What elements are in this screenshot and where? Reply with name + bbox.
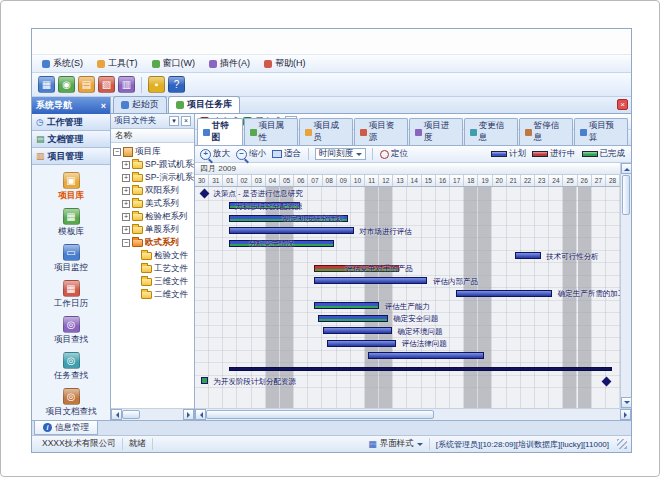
gantt-bar[interactable] [318,315,387,322]
zoom-in-button[interactable]: + 放大 [199,148,231,160]
sidebar-close-icon[interactable]: × [101,101,106,111]
tab-close-button[interactable]: × [617,99,628,110]
tree-expander-icon[interactable]: − [113,148,121,156]
sidebar-item-template-library[interactable]: ▦模板库 [32,207,110,239]
tree-expander-icon[interactable]: + [122,213,130,221]
sidebar-item-work-calendar[interactable]: ▦工作日历 [32,279,110,311]
gantt-bar[interactable] [368,352,484,359]
fit-button[interactable]: 适合 [271,148,302,160]
tab-change-info[interactable]: 变更信息 [464,118,518,145]
gantt-bar[interactable] [314,277,427,284]
tree-item[interactable]: −项目库 [111,145,194,158]
tab-project-members[interactable]: 项目成员 [299,118,353,145]
scroll-right-button[interactable] [183,409,194,420]
gantt-bar[interactable] [327,340,396,347]
menu-tools[interactable]: 工具(T) [91,56,144,71]
scroll-down-button[interactable] [621,397,632,408]
folder-horizontal-scrollbar[interactable] [111,408,194,420]
help-icon[interactable]: ? [168,76,185,93]
gantt-body[interactable]: 决策点 - 是否进行信息研究为初步研究分配资源制定初步研究计划对市场进行评估分析… [195,187,620,408]
tree-item[interactable]: +检验柜系列 [111,210,194,223]
resize-grip[interactable] [617,439,627,449]
scroll-thumb[interactable] [206,410,434,419]
scroll-thumb[interactable] [122,410,140,419]
tree-expander-icon[interactable]: − [122,239,130,247]
sidebar-item-project-monitor[interactable]: ▭项目监控 [32,243,110,275]
gantt-vertical-scrollbar[interactable] [620,163,631,408]
tree-expander-icon[interactable]: + [122,187,130,195]
tab-gantt[interactable]: 甘特图 [197,118,243,145]
navigation-sidebar: 系统导航 × ◷工作管理▤文档管理▥项目管理 ▣项目库▦模板库▭项目监控▦工作日… [32,97,111,420]
panel-dropdown-icon[interactable]: ▾ [169,116,179,126]
tree-item[interactable]: +单股系列 [111,223,194,236]
section-work-management[interactable]: ◷工作管理 [32,114,110,131]
gantt-bar[interactable] [515,252,541,259]
tree-expander-icon[interactable]: + [122,226,130,234]
gantt-day-header: 3031010203040506070809101112131415161718… [195,175,620,187]
tree-item[interactable]: 检验文件 [111,249,194,262]
sidebar-item-task-search[interactable]: ◎任务查找 [32,351,110,383]
scroll-thumb[interactable] [622,175,630,215]
chart-icon[interactable]: ▥ [118,76,135,93]
gantt-bar[interactable] [314,302,379,309]
tab-project-progress[interactable]: 项目进度 [409,118,463,145]
tree-item[interactable]: +双阳系列 [111,184,194,197]
gantt-bar[interactable] [229,227,354,234]
menu-system[interactable]: 系统(S) [36,56,89,71]
sidebar-item-list: ▣项目库▦模板库▭项目监控▦工作日历◎项目查找◎任务查找◎项目文档查找 [32,165,110,420]
mail-icon[interactable]: ▧ [98,76,115,93]
info-management-tab[interactable]: i 信息管理 [34,421,98,435]
folder-icon[interactable]: ▤ [78,76,95,93]
panel-close-icon[interactable]: × [181,116,191,126]
ui-style-selector[interactable]: ▦ 界面样式 [362,438,430,450]
locate-button[interactable]: 定位 [379,148,409,160]
tab-project-budget[interactable]: 项目预算 [574,118,628,145]
tree-item[interactable]: 工艺文件 [111,262,194,275]
zoom-out-button[interactable]: − 缩小 [235,148,267,160]
tree-expander-icon[interactable]: + [122,174,130,182]
tree-item[interactable]: 二维文件 [111,288,194,301]
time-scale-select[interactable]: 时间刻度 [315,148,366,160]
tab-project-properties[interactable]: 项目属性 [244,118,298,145]
folder-name-column-header[interactable]: 名称 [111,129,194,143]
scroll-up-button[interactable] [621,163,632,174]
scroll-left-button[interactable] [195,409,206,420]
tree-item[interactable]: −欧式系列 [111,236,194,249]
gantt-bar[interactable] [229,367,612,371]
sidebar-item-project-doc-search[interactable]: ◎项目文档查找 [32,387,110,419]
tab-start-page[interactable]: 起始页 [113,96,167,113]
menu-window-label: 窗口(W) [163,57,196,70]
sidebar-item-project-library[interactable]: ▣项目库 [32,171,110,203]
gantt-bar[interactable] [456,290,552,297]
tree-item-label: 二维文件 [154,289,188,301]
tree-item[interactable]: 三维文件 [111,275,194,288]
lock-icon[interactable]: ▪ [148,76,165,93]
tree-expander-icon[interactable]: + [122,161,130,169]
section-project-management[interactable]: ▥项目管理 [32,148,110,165]
tree-item[interactable]: +SP-演示机系列 [111,171,194,184]
tree-item[interactable]: +美式系列 [111,197,194,210]
sidebar-sections: ◷工作管理▤文档管理▥项目管理 [32,114,110,165]
menu-window[interactable]: 窗口(W) [146,56,202,71]
scroll-track[interactable] [122,409,183,420]
gantt-horizontal-scrollbar[interactable] [195,408,631,420]
tab-pause-info[interactable]: 暂停信息 [519,118,573,145]
menu-plugins[interactable]: 插件(A) [203,56,256,71]
info-tab-label: 信息管理 [55,422,89,434]
section-document-management[interactable]: ▤文档管理 [32,131,110,148]
scroll-track[interactable] [621,174,631,397]
scroll-left-button[interactable] [111,409,122,420]
refresh-icon[interactable]: ◉ [58,76,75,93]
tab-project-task-library[interactable]: 项目任务库 [168,96,240,113]
sidebar-item-project-search[interactable]: ◎项目查找 [32,315,110,347]
toolbar-separator [308,148,309,160]
scroll-right-button[interactable] [620,409,631,420]
gantt-bar[interactable] [323,327,392,334]
menu-help[interactable]: 帮助(H) [258,56,312,71]
tree-item[interactable]: +SP-跟试机系列 [111,158,194,171]
tree-expander-icon[interactable]: + [122,200,130,208]
gantt-panel: 未完成 已完成 甘特图项目属性项目成员项目资源项目进度变更信息暂停信息项目预算 … [195,114,631,420]
view-icon[interactable]: ▦ [38,76,55,93]
tab-project-resources[interactable]: 项目资源 [354,118,408,145]
scroll-track[interactable] [206,409,620,420]
